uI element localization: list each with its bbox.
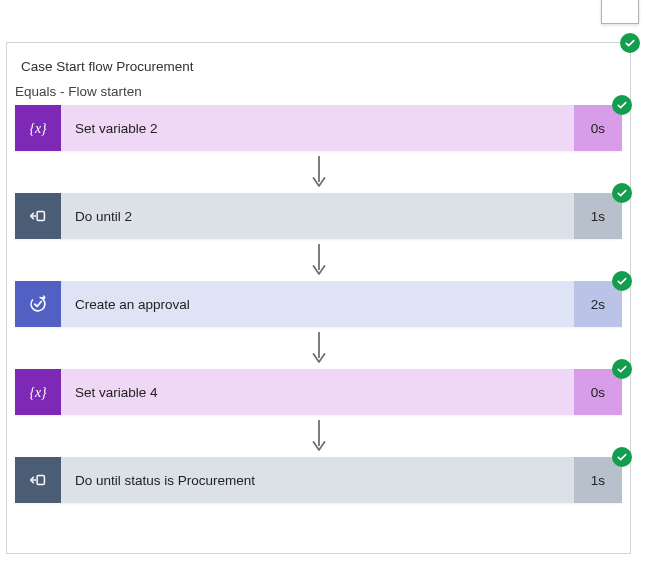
step-status-badge (612, 271, 632, 291)
success-check-icon (612, 95, 632, 115)
svg-text:{x}: {x} (29, 385, 47, 400)
arrow-down-icon (15, 239, 622, 281)
step-label: Set variable 2 (61, 105, 574, 151)
success-check-icon (612, 359, 632, 379)
step-label: Create an approval (61, 281, 574, 327)
approval-check-icon (15, 281, 61, 327)
svg-text:{x}: {x} (29, 121, 47, 136)
step-do-until-status-is-procurement[interactable]: Do until status is Procurement 1s (15, 457, 622, 503)
case-branch-card[interactable]: Case Start flow Procurement Equals - Flo… (6, 42, 631, 554)
step-status-badge (612, 447, 632, 467)
step-status-badge (612, 183, 632, 203)
step-status-badge (612, 95, 632, 115)
cropped-panel-fragment (601, 0, 639, 24)
variable-icon: {x} (15, 105, 61, 151)
step-set-variable-2[interactable]: {x} Set variable 2 0s (15, 105, 622, 151)
step-set-variable-4[interactable]: {x} Set variable 4 0s (15, 369, 622, 415)
success-check-icon (612, 447, 632, 467)
steps-container: {x} Set variable 2 0s Do until 2 (7, 105, 630, 503)
step-do-until-2[interactable]: Do until 2 1s (15, 193, 622, 239)
svg-rect-8 (37, 475, 44, 484)
case-title: Case Start flow Procurement (7, 43, 630, 84)
step-label: Do until 2 (61, 193, 574, 239)
arrow-down-icon (15, 151, 622, 193)
step-create-an-approval[interactable]: Create an approval 2s (15, 281, 622, 327)
variable-icon: {x} (15, 369, 61, 415)
step-status-badge (612, 359, 632, 379)
svg-rect-2 (37, 211, 44, 220)
step-label: Do until status is Procurement (61, 457, 574, 503)
success-check-icon (612, 183, 632, 203)
step-label: Set variable 4 (61, 369, 574, 415)
success-check-icon (620, 33, 640, 53)
arrow-down-icon (15, 415, 622, 457)
loop-arrow-icon (15, 457, 61, 503)
loop-arrow-icon (15, 193, 61, 239)
case-status-badge (620, 33, 640, 53)
case-subtitle: Equals - Flow starten (7, 84, 630, 105)
arrow-down-icon (15, 327, 622, 369)
success-check-icon (612, 271, 632, 291)
